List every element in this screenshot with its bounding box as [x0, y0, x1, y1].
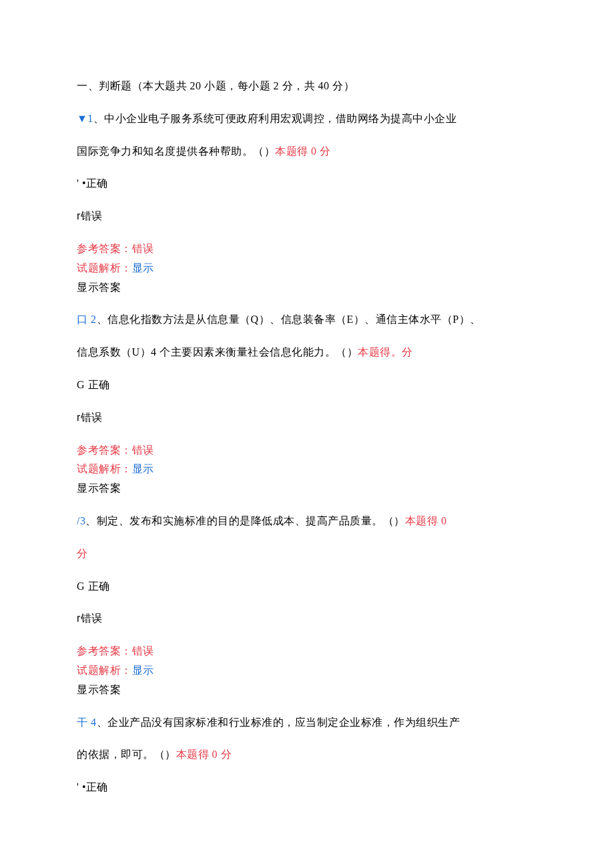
question-1-opt-wrong: r错误 [77, 207, 537, 226]
question-1-analysis: 试题解析：显示 [77, 259, 537, 278]
question-2-text-a: 、信息化指数方法是从信息量（Q）、信息装备率（E）、通信主体水平（P）、 [97, 314, 481, 325]
question-3-ref-value: 错误 [132, 645, 154, 657]
question-1-text-a: 、中小企业电子服务系统可便政府利用宏观调控，借助网络为提高中小企业 [93, 113, 457, 124]
question-2-opt-correct: G 正确 [77, 376, 537, 395]
question-1-ref-answer: 参考答案：错误 [77, 240, 537, 259]
question-3-analysis-label: 试题解析： [77, 665, 132, 676]
question-3-score-a: 本题得 0 [405, 515, 447, 526]
question-1-opt-correct: ' •正确 [77, 174, 537, 193]
question-2-analysis-label: 试题解析： [77, 463, 132, 474]
question-4-prefix: 干 4 [77, 717, 97, 728]
section-header: 一、判断题（本大题共 20 小题，每小题 2 分，共 40 分） [77, 77, 537, 96]
question-3-opt-wrong: r错误 [77, 609, 537, 628]
question-2-wrong-label: 错误 [81, 412, 103, 423]
question-4-line-2: 的依据，即可。（）本题得 0 分 [77, 745, 537, 765]
question-3-show-answer[interactable]: 显示答案 [77, 681, 537, 700]
question-2-analysis-link[interactable]: 显示 [132, 463, 154, 474]
question-3-score-b: 分 [77, 544, 537, 564]
question-4-text-a: 、企业产品没有国家标准和行业标准的，应当制定企业标准，作为组织生产 [97, 717, 460, 728]
question-1-prefix: ▼1 [77, 113, 93, 124]
question-2-text-b: 信息系数（U）4 个主要因素来衡量社会信息化能力。（） [77, 346, 358, 358]
question-1-analysis-link[interactable]: 显示 [132, 262, 154, 274]
question-1-ref-label: 参考答案： [77, 243, 132, 254]
question-1-score: 本题得 0 分 [275, 145, 331, 157]
question-2-show-answer[interactable]: 显示答案 [77, 479, 537, 498]
question-2-line-1: 口 2、信息化指数方法是从信息量（Q）、信息装备率（E）、通信主体水平（P）、 [77, 310, 537, 330]
question-3-analysis-link[interactable]: 显示 [132, 665, 154, 676]
question-3-analysis: 试题解析：显示 [77, 661, 537, 681]
question-1-show-answer[interactable]: 显示答案 [77, 278, 537, 298]
question-3-prefix: /3 [77, 515, 85, 526]
question-1-wrong-label: 错误 [81, 210, 103, 222]
question-3-ref-answer: 参考答案：错误 [77, 642, 537, 661]
question-4-opt-correct: ' •正确 [77, 778, 537, 797]
question-3-line-1: /3、制定、发布和实施标准的目的是降低成本、提高产品质量。（）本题得 0 [77, 512, 537, 531]
question-3-ref-label: 参考答案： [77, 645, 132, 657]
question-1-analysis-label: 试题解析： [77, 262, 132, 274]
question-4-line-1: 干 4、企业产品没有国家标准和行业标准的，应当制定企业标准，作为组织生产 [77, 713, 537, 733]
question-4-text-b: 的依据，即可。（） [77, 749, 176, 760]
question-3-wrong-label: 错误 [81, 612, 103, 624]
question-3-text-a: 、制定、发布和实施标准的目的是降低成本、提高产品质量。（） [85, 515, 405, 526]
question-4-score: 本题得 0 分 [176, 749, 232, 760]
question-2-opt-wrong: r错误 [77, 408, 537, 428]
question-2-ref-value: 错误 [132, 444, 154, 456]
question-3-opt-correct: G 正确 [77, 577, 537, 596]
question-2-ref-label: 参考答案： [77, 444, 132, 456]
question-2-score: 本题得。分 [358, 346, 413, 358]
question-1-ref-value: 错误 [132, 243, 154, 254]
question-2-ref-answer: 参考答案：错误 [77, 441, 537, 460]
question-2-analysis: 试题解析：显示 [77, 460, 537, 479]
question-1-line-2: 国际竞争力和知名度提供各种帮助。（）本题得 0 分 [77, 142, 537, 161]
question-1-text-b: 国际竞争力和知名度提供各种帮助。（） [77, 145, 275, 157]
question-2-line-2: 信息系数（U）4 个主要因素来衡量社会信息化能力。（）本题得。分 [77, 343, 537, 362]
question-1-line-1: ▼1、中小企业电子服务系统可便政府利用宏观调控，借助网络为提高中小企业 [77, 109, 537, 129]
question-2-prefix: 口 2 [77, 314, 97, 325]
